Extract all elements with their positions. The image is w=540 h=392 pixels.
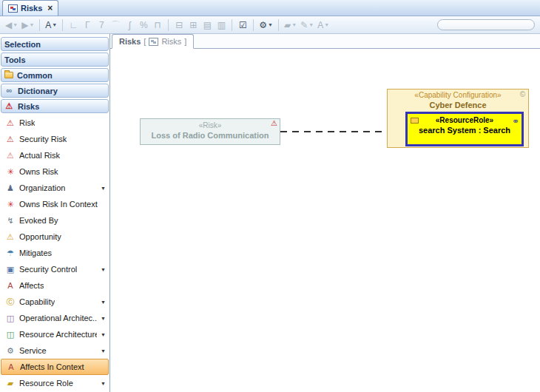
risk-node[interactable]: ⚠ «Risk» Loss of Radio Communication xyxy=(140,118,280,145)
chevron-down-icon[interactable]: ▼ xyxy=(101,267,106,272)
flip-shape-icon: ⊓ xyxy=(151,18,164,32)
diagram-tab-risks[interactable]: Risks [ Risks ] xyxy=(112,34,194,49)
chevron-down-icon: ▼ xyxy=(13,22,18,27)
diagram-canvas[interactable]: ⚠ «Risk» Loss of Radio Communication © «… xyxy=(110,49,540,392)
resource-architecture-icon: ◫ xyxy=(5,331,16,339)
fill-color-icon: ▰ xyxy=(284,21,291,30)
diagram-options-gear-icon[interactable]: ⚙▼ xyxy=(257,18,274,32)
palette-item-evoked-by[interactable]: ↯Evoked By xyxy=(0,212,109,229)
palette-header-dictionary[interactable]: ∞Dictionary xyxy=(1,84,109,98)
palette-header-label: Selection xyxy=(4,40,41,49)
line-style-pen-icon: ✎▼ xyxy=(299,18,315,32)
evoked-by-icon: ↯ xyxy=(5,217,16,225)
palette-item-security-risk[interactable]: ⚠Security Risk xyxy=(0,131,109,147)
palette-item-label: Affects xyxy=(19,281,44,290)
risk-warning-icon: ⚠ xyxy=(271,120,277,127)
spline-path-icon: ʃ xyxy=(129,21,131,30)
diagram-tab-inner-label: Risks xyxy=(161,37,181,46)
close-tab-icon[interactable]: × xyxy=(47,3,53,13)
palette-header-label: Dictionary xyxy=(18,87,58,95)
capability-icon: Ⓒ xyxy=(5,298,16,306)
risk-node-stereotype: «Risk» xyxy=(141,121,280,130)
palette-item-operational-architec[interactable]: ◫Operational Architec...▼ xyxy=(0,310,109,326)
palette-item-security-control[interactable]: ▣Security Control▼ xyxy=(0,261,109,277)
palette-header-common[interactable]: Common xyxy=(1,68,109,82)
chevron-down-icon[interactable]: ▼ xyxy=(101,186,106,191)
toolbar-separator xyxy=(253,19,254,31)
palette-item-affects-in-context[interactable]: AAffects In Context xyxy=(1,359,109,375)
chevron-down-icon[interactable]: ▼ xyxy=(101,300,106,305)
diagram-icon xyxy=(8,4,18,13)
chevron-down-icon[interactable]: ▼ xyxy=(101,348,106,354)
capability-node-stereotype: «Capability Configuration» xyxy=(388,91,528,100)
palette-item-capability[interactable]: ⒸCapability▼ xyxy=(0,294,109,310)
resource-role-icon: ⚭ xyxy=(512,117,519,126)
main-area: SelectionToolsCommon∞Dictionary⚠Risks⚠Ri… xyxy=(0,34,540,392)
diagram-area: Risks [ Risks ] ⚠ «Risk» Loss of Radio C… xyxy=(110,34,540,392)
chevron-down-icon: ▼ xyxy=(29,22,34,27)
back-icon: ◀ xyxy=(5,21,12,30)
curve-path-icon: ⌒ xyxy=(109,18,122,32)
palette-item-label: Actual Risk xyxy=(19,151,60,160)
toolbar-separator xyxy=(232,19,232,31)
palette-item-label: Opportunity xyxy=(19,232,61,241)
toolbar-separator xyxy=(39,19,40,31)
palette-item-resource-architecture[interactable]: ◫Resource Architecture▼ xyxy=(0,326,109,342)
palette-item-risk[interactable]: ⚠Risk xyxy=(0,115,109,131)
distribute-shapes-icon: ⊞ xyxy=(189,21,197,30)
palette-header-risks[interactable]: ⚠Risks xyxy=(1,99,109,113)
spline-path-icon: ʃ xyxy=(123,18,136,32)
palette-item-resource-role[interactable]: ▰Resource Role▼ xyxy=(0,375,109,391)
resource-role-stereotype: «ResourceRole» xyxy=(408,116,522,125)
palette-item-label: Security Risk xyxy=(19,135,67,143)
owns-risk-in-context-icon: ✳ xyxy=(5,200,16,209)
palette-item-opportunity[interactable]: ⚠Opportunity xyxy=(0,229,109,245)
palette-item-label: Mitigates xyxy=(19,249,52,257)
toolbar-search-field[interactable] xyxy=(437,19,535,30)
line-style-pen-icon: ✎ xyxy=(300,21,308,30)
palette-item-service[interactable]: ⚙Service▼ xyxy=(0,342,109,359)
palette-item-owns-risk-in-context[interactable]: ✳Owns Risk In Context xyxy=(0,196,109,212)
chevron-down-icon: ▼ xyxy=(291,22,297,27)
tool-palette: SelectionToolsCommon∞Dictionary⚠Risks⚠Ri… xyxy=(0,34,110,392)
part-icon xyxy=(411,118,419,124)
chevron-down-icon[interactable]: ▼ xyxy=(268,22,273,27)
palette-item-organization[interactable]: ♟Organization▼ xyxy=(0,180,109,196)
palette-header-selection[interactable]: Selection xyxy=(1,37,109,51)
rotate-shape-icon: % xyxy=(140,21,148,30)
application-window: Risks × ◀▼▶▼A▼∟Γ7⌒ʃ%⊓⊟⊞▤▥☑⚙▼▰▼✎▼A▼ Selec… xyxy=(0,0,540,392)
capability-node-name: Cyber Defence xyxy=(388,100,528,110)
forward-icon: ▶▼ xyxy=(20,18,36,32)
oblique-path-icon: Γ xyxy=(81,18,94,32)
affects-in-context-icon: A xyxy=(6,363,16,371)
palette-item-owns-risk[interactable]: ✳Owns Risk xyxy=(0,163,109,180)
chevron-down-icon[interactable]: ▼ xyxy=(52,22,57,27)
chevron-down-icon: ▼ xyxy=(324,22,329,27)
copyright-badge-icon: © xyxy=(520,91,525,98)
bezier-path-icon: 7 xyxy=(95,18,108,32)
chevron-down-icon[interactable]: ▼ xyxy=(101,332,106,337)
main-toolbar: ◀▼▶▼A▼∟Γ7⌒ʃ%⊓⊟⊞▤▥☑⚙▼▰▼✎▼A▼ xyxy=(0,16,540,34)
organization-icon: ♟ xyxy=(5,184,16,192)
font-settings-icon[interactable]: A▼ xyxy=(44,18,58,32)
mitigates-icon: ☂ xyxy=(5,249,16,257)
capability-configuration-node[interactable]: © «Capability Configuration» Cyber Defen… xyxy=(387,89,529,148)
security-risk-icon: ⚠ xyxy=(5,135,16,143)
distribute-shapes-icon: ⊞ xyxy=(186,18,200,32)
palette-header-tools[interactable]: Tools xyxy=(1,53,109,67)
curve-path-icon: ⌒ xyxy=(111,21,120,30)
opportunity-icon: ⚠ xyxy=(5,233,16,241)
palette-item-actual-risk[interactable]: ⚠Actual Risk xyxy=(0,147,109,163)
palette-item-mitigates[interactable]: ☂Mitigates xyxy=(0,245,109,261)
window-tab-risks[interactable]: Risks × xyxy=(2,0,58,16)
chevron-down-icon[interactable]: ▼ xyxy=(101,381,106,386)
resource-role-node[interactable]: ⚭ «ResourceRole» search System : Search xyxy=(405,112,524,146)
validate-diagram-icon[interactable]: ☑ xyxy=(236,18,249,32)
toolbar-separator xyxy=(62,19,63,31)
same-width-icon: ▤ xyxy=(200,18,214,32)
align-shapes-icon: ⊟ xyxy=(175,21,183,30)
palette-item-affects[interactable]: AAffects xyxy=(0,277,109,294)
chevron-down-icon[interactable]: ▼ xyxy=(101,316,106,321)
palette-item-label: Organization xyxy=(19,183,65,192)
palette-item-label: Security Control xyxy=(19,265,77,274)
